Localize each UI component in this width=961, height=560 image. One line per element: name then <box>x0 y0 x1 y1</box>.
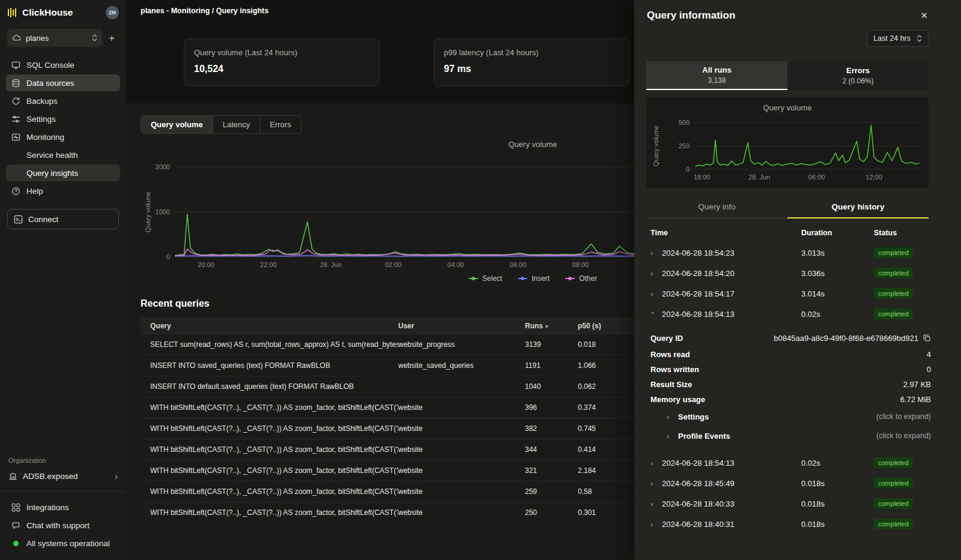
run-time: 2024-06-28 18:40:31 <box>662 520 735 529</box>
service-name: planes <box>26 34 49 43</box>
sidebar-item-monitoring[interactable]: Monitoring <box>6 128 120 145</box>
svg-text:28. Jun: 28. Jun <box>320 261 342 268</box>
sidebar-item-label: Backups <box>26 97 58 106</box>
query-cell: SELECT sum(read_rows) AS r, sum(total_ro… <box>150 340 398 349</box>
add-service-button[interactable]: + <box>105 30 119 46</box>
svg-text:20:00: 20:00 <box>198 261 214 268</box>
view-tabs: Query volumeLatencyErrors <box>141 115 302 134</box>
sidebar-item-label: Help <box>26 187 43 196</box>
legend-swatch <box>468 278 478 279</box>
legend-insert[interactable]: Insert <box>518 274 550 283</box>
sidebar-item-query-insights[interactable]: Query insights <box>6 164 120 181</box>
query-cell: WITH bitShiftLeft(CAST(?..), _CAST(?..))… <box>150 424 398 433</box>
stat-card-query-volume: Query volume (Last 24 hours) 10,524 <box>184 38 380 86</box>
sidebar-item-data-sources[interactable]: Data sources <box>6 74 120 91</box>
chevron-right-icon: › <box>650 269 656 278</box>
col-query[interactable]: Query <box>150 322 398 330</box>
sidebar-item-help[interactable]: Help <box>6 182 120 199</box>
run-duration: 0.02s <box>801 459 874 468</box>
status-badge: completed <box>874 498 913 509</box>
legend-swatch <box>518 278 527 279</box>
copy-icon[interactable] <box>923 334 931 342</box>
chevron-right-icon: › <box>650 459 656 468</box>
sidebar-item-chat-with-support[interactable]: Chat with support <box>6 517 120 534</box>
history-row[interactable]: ›2024-06-28 18:54:173.014scompleted <box>650 283 931 304</box>
settings-expandable[interactable]: › Settings (click to expand) <box>650 407 931 426</box>
history-row[interactable]: ›2024-06-28 18:54:233.013scompleted <box>650 242 931 263</box>
history-row[interactable]: ›2024-06-28 18:54:130.02scompleted <box>650 304 931 324</box>
divider <box>0 491 126 492</box>
col-user[interactable]: User <box>398 322 525 330</box>
tab-all-runs[interactable]: All runs 3,138 <box>646 61 787 90</box>
history-row[interactable]: ›2024-06-28 18:40:310.018scompleted <box>650 514 931 534</box>
run-time: 2024-06-28 18:45:49 <box>662 479 735 488</box>
legend-select[interactable]: Select <box>468 274 502 283</box>
history-col-duration: Duration <box>801 229 874 237</box>
history-row[interactable]: ›2024-06-28 18:40:330.018scompleted <box>650 493 931 514</box>
query-detail: Query ID b0845aa9-a8c9-49f0-8f68-e678669… <box>650 324 931 453</box>
status-badge: completed <box>874 457 913 468</box>
tab-query-history[interactable]: Query history <box>787 197 929 218</box>
sidebar-item-integrations[interactable]: Integrations <box>6 499 120 516</box>
backups-icon <box>11 97 20 106</box>
tab-query-info[interactable]: Query info <box>646 197 787 218</box>
history-col-status: Status <box>874 229 931 237</box>
run-time: 2024-06-28 18:54:17 <box>662 289 735 298</box>
time-range-select[interactable]: Last 24 hrs <box>867 30 929 47</box>
sidebar-item-service-health[interactable]: Service health <box>6 146 120 163</box>
query-cell: INSERT INTO saved_queries (text) FORMAT … <box>150 361 398 370</box>
integrations-icon <box>11 503 20 512</box>
runs-cell: 382 <box>525 424 578 433</box>
legend-label: Select <box>482 274 502 283</box>
history-row[interactable]: ›2024-06-28 18:45:490.018scompleted <box>650 473 931 493</box>
legend-label: Insert <box>532 274 550 283</box>
tab-query-volume[interactable]: Query volume <box>141 116 213 133</box>
panel-chart-title: Query volume <box>649 103 926 114</box>
panel-query-volume-chart: 025050018:0028. Jun06:0012:00Query volum… <box>649 114 926 185</box>
service-selector[interactable]: planes <box>7 29 102 47</box>
connect-button[interactable]: Connect <box>7 209 119 229</box>
close-icon[interactable]: ✕ <box>920 10 928 21</box>
tab-errors[interactable]: Errors <box>259 116 300 133</box>
sidebar-item-settings[interactable]: Settings <box>6 110 120 127</box>
svg-text:18:00: 18:00 <box>694 173 711 181</box>
history-row[interactable]: ›2024-06-28 18:54:203.036scompleted <box>650 263 931 283</box>
user-cell: website <box>398 487 525 496</box>
help-icon <box>11 187 20 196</box>
chevron-right-icon: › <box>650 499 656 508</box>
query-cell: WITH bitShiftLeft(CAST(?..), _CAST(?..))… <box>150 487 398 496</box>
query-id-label: Query ID <box>650 334 683 343</box>
chevron-right-icon: › <box>650 520 656 529</box>
user-cell: website <box>398 403 525 412</box>
query-cell: WITH bitShiftLeft(CAST(?..), _CAST(?..))… <box>150 508 398 517</box>
legend-other[interactable]: Other <box>565 274 597 283</box>
chevron-right-icon: › <box>667 412 672 421</box>
stat-value: 10,524 <box>194 64 369 74</box>
svg-text:06:00: 06:00 <box>510 261 527 268</box>
legend-swatch <box>565 278 575 279</box>
run-time: 2024-06-28 18:40:33 <box>662 499 735 508</box>
tab-latency[interactable]: Latency <box>213 116 260 133</box>
run-duration: 3.036s <box>801 269 874 278</box>
history-row[interactable]: ›2024-06-28 18:54:130.02scompleted <box>650 453 931 473</box>
sidebar-item-backups[interactable]: Backups <box>6 92 120 109</box>
organization-item[interactable]: ADSB.exposed › <box>0 468 126 485</box>
svg-text:06:00: 06:00 <box>808 173 825 181</box>
status-dot <box>11 541 20 546</box>
svg-text:0: 0 <box>166 253 170 260</box>
svg-text:Query volume: Query volume <box>144 191 151 232</box>
sidebar-item-sql-console[interactable]: SQL Console <box>6 56 120 73</box>
profile-events-expandable[interactable]: › Profile Events (click to expand) <box>650 426 931 445</box>
sidebar-item-all-systems-operational[interactable]: All systems operational <box>6 535 120 552</box>
tab-errors[interactable]: Errors 2 (0.06%) <box>787 61 929 90</box>
query-information-panel: Query information ✕ Last 24 hrs All runs… <box>634 0 961 560</box>
user-avatar[interactable]: ZN <box>106 6 119 19</box>
monitoring-icon <box>11 133 20 142</box>
col-runs[interactable]: Runs▾ <box>525 322 578 330</box>
sidebar-item-label: Query insights <box>26 169 78 178</box>
legend-label: Other <box>579 274 597 283</box>
user-cell: website <box>398 424 525 433</box>
svg-text:250: 250 <box>679 142 690 149</box>
clickhouse-logo <box>7 7 18 18</box>
run-duration: 0.02s <box>801 310 874 319</box>
